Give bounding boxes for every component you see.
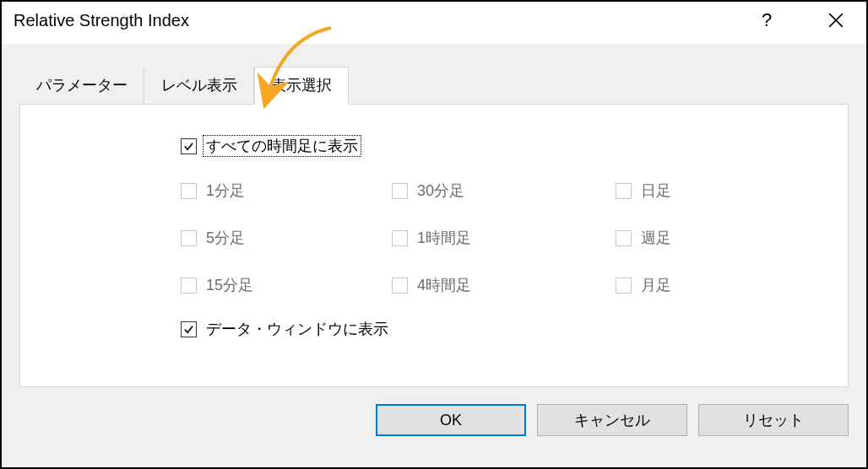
checkbox-label: すべての時間足に表示 <box>203 135 361 157</box>
reset-button[interactable]: リセット <box>698 404 849 436</box>
checkbox-box <box>616 230 632 246</box>
checkbox-label: 4時間足 <box>417 275 471 295</box>
tab-display[interactable]: 表示選択 <box>254 67 349 105</box>
close-button[interactable] <box>817 8 854 32</box>
checkbox-label: 15分足 <box>206 275 253 295</box>
help-button[interactable]: ? <box>748 8 785 32</box>
tab-content: すべての時間足に表示 1分足 30分足 日足 5分足 1時間足 <box>19 104 849 387</box>
checkmark-icon <box>183 324 194 335</box>
checkbox-box <box>181 278 197 294</box>
checkbox-label: 月足 <box>641 275 671 295</box>
checkbox-box <box>181 138 197 154</box>
checkbox-mn1[interactable]: 月足 <box>616 275 784 295</box>
cancel-button[interactable]: キャンセル <box>537 404 687 436</box>
checkbox-label: 日足 <box>641 181 671 201</box>
checkbox-d1[interactable]: 日足 <box>616 181 784 201</box>
ok-button[interactable]: OK <box>376 404 526 436</box>
tab-parameters[interactable]: パラメーター <box>19 67 144 104</box>
titlebar: Relative Strength Index ? <box>2 2 866 44</box>
checkbox-label: 30分足 <box>417 181 464 201</box>
checkbox-label: 週足 <box>641 228 671 248</box>
checkbox-box <box>181 230 197 246</box>
checkbox-m15[interactable]: 15分足 <box>181 275 392 295</box>
close-icon <box>828 13 844 28</box>
checkbox-box <box>616 278 632 294</box>
checkbox-show-data-window[interactable]: データ・ウィンドウに表示 <box>181 319 814 339</box>
checkbox-h4[interactable]: 4時間足 <box>392 275 616 295</box>
checkbox-label: 1分足 <box>206 181 245 201</box>
client-area: パラメーター レベル表示 表示選択 すべての時間足に表示 1分足 30分足 日足 <box>2 44 866 467</box>
tabstrip: パラメーター レベル表示 表示選択 <box>19 67 849 104</box>
checkbox-show-all-timeframes[interactable]: すべての時間足に表示 <box>181 135 814 157</box>
checkbox-label: データ・ウィンドウに表示 <box>206 319 388 339</box>
checkbox-box <box>181 183 197 199</box>
checkbox-box <box>392 230 408 246</box>
checkbox-m5[interactable]: 5分足 <box>181 228 392 248</box>
checkbox-box <box>392 183 408 199</box>
checkbox-label: 1時間足 <box>417 228 471 248</box>
checkbox-box <box>181 321 197 337</box>
checkbox-m30[interactable]: 30分足 <box>392 181 616 201</box>
checkbox-h1[interactable]: 1時間足 <box>392 228 616 248</box>
tab-levels[interactable]: レベル表示 <box>144 67 254 104</box>
button-row: OK キャンセル リセット <box>19 404 849 436</box>
checkmark-icon <box>183 141 194 152</box>
timeframe-grid: 1分足 30分足 日足 5分足 1時間足 週足 <box>181 181 814 295</box>
checkbox-w1[interactable]: 週足 <box>616 228 784 248</box>
window-title: Relative Strength Index <box>14 11 748 30</box>
checkbox-box <box>616 183 632 199</box>
checkbox-box <box>392 278 408 294</box>
checkbox-label: 5分足 <box>206 228 245 248</box>
checkbox-m1[interactable]: 1分足 <box>181 181 392 201</box>
